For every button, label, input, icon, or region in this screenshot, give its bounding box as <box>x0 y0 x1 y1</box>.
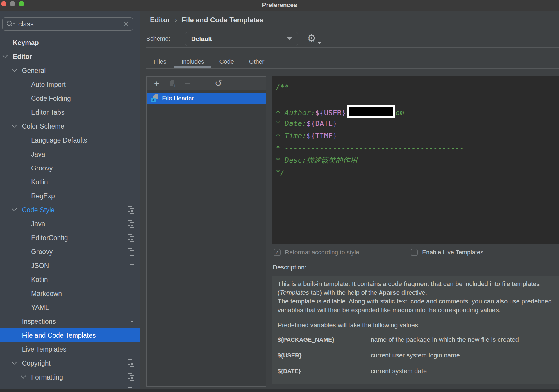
copy-settings-icon <box>128 276 134 283</box>
sidebar-item-file-and-code-templates[interactable]: File and Code Templates <box>0 328 140 342</box>
code-segment: * Date: <box>276 119 306 128</box>
sidebar-item-groovy[interactable]: Groovy <box>0 245 140 259</box>
reformat-checkbox[interactable]: ✓ <box>274 249 281 256</box>
clear-search-icon[interactable]: ✕ <box>124 20 129 28</box>
copy-template-button[interactable] <box>199 79 207 88</box>
sidebar-item-label: Kotlin <box>0 276 48 284</box>
sidebar-item-label: Keymap <box>0 39 39 47</box>
breadcrumb-page-title: File and Code Templates <box>182 16 263 24</box>
sidebar-item-formatting[interactable]: Formatting <box>0 370 140 384</box>
code-line: */ <box>276 166 559 179</box>
sidebar-item-label: Editor Tabs <box>0 109 65 116</box>
title-bar: Preferences <box>0 0 559 11</box>
sidebar-item-label: File and Code Templates <box>0 332 96 339</box>
sidebar-item-auto-import[interactable]: Auto Import <box>0 78 140 91</box>
reformat-option: ✓ Reformat according to style <box>274 249 359 256</box>
sidebar-item-copyright[interactable]: Copyright <box>0 356 140 370</box>
sidebar-item-label: Groovy <box>0 164 53 172</box>
copy-settings-icon <box>128 262 134 269</box>
code-segment: ${USER} <box>315 109 346 117</box>
variable-description: name of the package in which the new fil… <box>371 335 553 344</box>
add-template-button[interactable]: + <box>153 79 160 88</box>
sidebar-item-kotlin[interactable]: Kotlin <box>0 273 140 287</box>
sidebar-item-live-templates[interactable]: Live Templates <box>0 342 140 356</box>
sidebar-item-editorconfig[interactable]: EditorConfig <box>0 231 140 245</box>
sidebar-item-inspections[interactable]: Inspections <box>0 314 140 328</box>
template-list-toolbar: ++−↺ <box>147 77 266 90</box>
sidebar-item-color-scheme[interactable]: Color Scheme <box>0 119 140 133</box>
check-icon: ✓ <box>275 249 280 256</box>
scheme-select[interactable]: Default <box>185 32 298 46</box>
remove-template-button[interactable]: − <box>184 79 191 88</box>
header-divider <box>146 47 559 48</box>
sidebar-item-general[interactable]: General <box>0 64 140 78</box>
gear-icon: ⚙ <box>307 32 316 44</box>
code-segment: /** <box>276 83 289 91</box>
sidebar-item-groovy[interactable]: Groovy <box>0 161 140 175</box>
copy-settings-icon <box>128 359 134 367</box>
tab-code[interactable]: Code <box>219 55 234 69</box>
sidebar-item-keymap[interactable]: Keymap <box>0 36 140 50</box>
scheme-actions-button[interactable]: ⚙ <box>307 31 320 45</box>
sidebar-item-label: Color Scheme <box>0 123 64 130</box>
sidebar-item-label: EditorConfig <box>0 234 68 242</box>
add-child-template-button[interactable]: + <box>168 79 176 88</box>
chevron-down-icon <box>287 37 292 40</box>
sidebar-item-label: Code Style <box>0 206 55 214</box>
description-paragraph-2: The template is editable. Along with sta… <box>278 297 553 314</box>
sidebar-item-label: Live Templates <box>0 346 67 353</box>
window-title: Preferences <box>0 0 559 11</box>
template-item-label: File Header <box>162 95 194 102</box>
sidebar-item-editor[interactable]: Editor <box>0 50 140 64</box>
sidebar-item-editor-tabs[interactable]: Editor Tabs <box>0 105 140 119</box>
tab-files[interactable]: Files <box>153 55 166 69</box>
sidebar-item-label: JSON <box>0 262 49 270</box>
redacted-text <box>347 105 395 118</box>
copy-settings-icon <box>200 80 206 87</box>
predefined-variables-intro: Predefined variables will take the follo… <box>278 321 553 330</box>
code-segment: ${TIME} <box>306 132 337 140</box>
variable-name: ${DATE} <box>278 367 371 375</box>
search-input-value[interactable]: class <box>18 20 33 28</box>
sidebar-item-json[interactable]: JSON <box>0 259 140 273</box>
file-template-icon: J <box>151 94 158 102</box>
template-list-panel: ++−↺ JFile Header <box>146 76 266 387</box>
sidebar-item-label: YAML <box>0 304 49 312</box>
code-line: * Date:${DATE} <box>276 118 559 130</box>
settings-sidebar: class ✕ KeymapEditorGeneralAuto ImportCo… <box>0 11 140 392</box>
sidebar-item-label: RegExp <box>0 192 55 200</box>
sidebar-item-language-defaults[interactable]: Language Defaults <box>0 133 140 147</box>
sidebar-item-code-style[interactable]: Code Style <box>0 203 140 217</box>
copy-settings-icon <box>128 290 134 297</box>
sidebar-item-java[interactable]: Java <box>0 217 140 231</box>
sidebar-item-regexp[interactable]: RegExp <box>0 189 140 203</box>
code-segment: om <box>395 109 404 117</box>
sidebar-item-label: General <box>0 67 46 75</box>
template-item-file-header[interactable]: JFile Header <box>147 93 266 104</box>
copy-settings-icon <box>128 206 134 214</box>
live-templates-option: Enable Live Templates <box>411 249 483 256</box>
variable-description: current system date <box>371 367 553 375</box>
preferences-window: Preferences class ✕ KeymapEditorGeneralA… <box>0 0 559 392</box>
sidebar-item-yaml[interactable]: YAML <box>0 301 140 314</box>
sidebar-item-code-folding[interactable]: Code Folding <box>0 91 140 105</box>
sidebar-item-markdown[interactable]: Markdown <box>0 287 140 301</box>
description-paragraph-1: This is a built-in template. It contains… <box>278 280 553 297</box>
settings-search-field[interactable]: class ✕ <box>2 17 133 31</box>
live-templates-checkbox[interactable] <box>411 249 418 256</box>
template-editor[interactable]: /*** Author:${USER}om* Date:${DATE}* Tim… <box>272 76 559 244</box>
sidebar-item-kotlin[interactable]: Kotlin <box>0 175 140 189</box>
tab-other[interactable]: Other <box>249 55 265 69</box>
copy-settings-icon <box>128 234 134 242</box>
breadcrumb-editor[interactable]: Editor <box>150 16 170 24</box>
sidebar-item-label: Java <box>0 150 45 158</box>
breadcrumb-separator-icon: › <box>175 16 177 24</box>
sidebar-item-label: Auto Import <box>0 81 66 89</box>
sidebar-item-label: Code Folding <box>0 95 71 103</box>
sidebar-item-java[interactable]: Java <box>0 147 140 161</box>
template-description: This is a built-in template. It contains… <box>272 276 559 384</box>
code-line <box>276 93 559 105</box>
code-line: /** <box>276 81 559 93</box>
tab-includes[interactable]: Includes <box>181 55 204 69</box>
revert-template-button[interactable]: ↺ <box>215 79 222 88</box>
